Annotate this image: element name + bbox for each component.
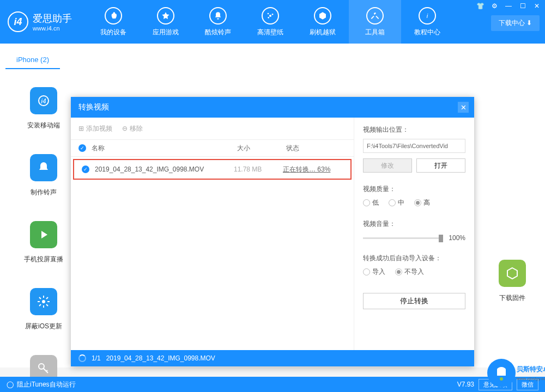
download-center-button[interactable]: 下载中心 ⬇ <box>491 15 540 31</box>
main-nav: 我的设备 应用游戏 酷炫铃声 高清壁纸 刷机越狱 工具箱 i教程中心 <box>87 0 453 44</box>
row-filesize: 11.78 MB <box>234 166 283 173</box>
output-path-input[interactable] <box>363 139 465 153</box>
col-status: 状态 <box>286 144 346 153</box>
device-tab[interactable]: iPhone (2) <box>5 51 60 69</box>
col-size: 大小 <box>237 144 286 153</box>
import-no[interactable]: 不导入 <box>395 267 424 277</box>
row-filename: 2019_04_28_13_42_IMG_0998.MOV <box>95 166 234 173</box>
volume-label: 视频音量： <box>363 219 465 229</box>
side-download-firmware[interactable]: 下载固件 <box>499 260 526 303</box>
nav-toolbox[interactable]: 工具箱 <box>349 0 401 44</box>
ringtone-icon <box>30 154 57 181</box>
volume-value: 100% <box>449 234 465 242</box>
tools-icon <box>366 7 384 24</box>
svg-point-2 <box>272 14 274 15</box>
side-screencast[interactable]: 手机投屏直播 <box>19 221 68 264</box>
minus-icon: ⊖ <box>122 125 128 132</box>
import-radio-group: 导入 不导入 <box>363 267 465 277</box>
table-header: ✓ 名称 大小 状态 <box>71 139 354 157</box>
svg-text:i4: i4 <box>41 97 46 105</box>
close-icon[interactable]: ✕ <box>532 1 542 11</box>
volume-slider[interactable]: 100% <box>363 234 465 242</box>
app-name-cn: 爱思助手 <box>33 12 72 25</box>
nav-apps[interactable]: 应用游戏 <box>140 0 192 44</box>
import-yes[interactable]: 导入 <box>363 267 385 277</box>
dialog-file-panel: ⊞添加视频 ⊖移除 ✓ 名称 大小 状态 ✓ 2019_04_28_13_42_… <box>71 118 354 350</box>
svg-point-10 <box>500 377 503 381</box>
output-label: 视频输出位置： <box>363 125 465 134</box>
dialog-toolbar: ⊞添加视频 ⊖移除 <box>71 118 354 139</box>
quality-label: 视频质量： <box>363 185 465 194</box>
row-status[interactable]: 正在转换… 63% <box>283 165 343 174</box>
dialog-footer: 1/1 2019_04_28_13_42_IMG_0998.MOV <box>71 350 474 366</box>
minimize-icon[interactable]: — <box>504 1 513 11</box>
nav-ringtones[interactable]: 酷炫铃声 <box>192 0 244 44</box>
cube-icon <box>499 260 526 287</box>
slider-thumb[interactable] <box>439 235 443 242</box>
add-video-button[interactable]: ⊞添加视频 <box>78 124 112 133</box>
settings-icon[interactable]: ⚙ <box>489 1 499 11</box>
maximize-icon[interactable]: ☐ <box>518 1 528 11</box>
tool-sidebar: i4安装移动端 制作铃声 手机投屏直播 屏蔽iOS更新 访问限制 <box>19 87 68 392</box>
stop-convert-button[interactable]: 停止转换 <box>363 293 465 309</box>
svg-point-3 <box>268 17 269 19</box>
main-area: iPhone (2) i4安装移动端 制作铃声 手机投屏直播 屏蔽iOS更新 访… <box>0 44 545 367</box>
install-icon: i4 <box>30 87 57 114</box>
convert-video-dialog: 转换视频 ✕ ⊞添加视频 ⊖移除 ✓ 名称 大小 状态 ✓ 2019_04_28… <box>71 97 474 366</box>
modify-button[interactable]: 修改 <box>363 158 412 173</box>
spinner-icon <box>78 354 86 362</box>
row-checkbox[interactable]: ✓ <box>82 166 89 173</box>
side-install-mobile[interactable]: i4安装移动端 <box>19 87 68 130</box>
table-row[interactable]: ✓ 2019_04_28_13_42_IMG_0998.MOV 11.78 MB… <box>73 159 352 180</box>
import-label: 转换成功后自动导入设备： <box>363 254 465 263</box>
open-button[interactable]: 打开 <box>416 158 465 173</box>
titlebar: i4 爱思助手 www.i4.cn 我的设备 应用游戏 酷炫铃声 高清壁纸 刷机… <box>0 0 545 44</box>
info-icon: i <box>419 7 436 24</box>
svg-text:贝斯特安卓网: 贝斯特安卓网 <box>516 365 545 373</box>
app-logo: i4 <box>8 11 28 32</box>
apple-icon <box>105 7 122 24</box>
svg-point-7 <box>42 300 45 303</box>
quality-high[interactable]: 高 <box>414 198 430 207</box>
app-title-block: 爱思助手 www.i4.cn <box>33 12 72 32</box>
remove-video-button[interactable]: ⊖移除 <box>122 124 143 133</box>
window-controls: 👕 ⚙ — ☐ ✕ <box>475 1 542 11</box>
dialog-title: 转换视频 <box>78 102 109 112</box>
box-icon <box>314 7 331 24</box>
dialog-settings-panel: 视频输出位置： 修改 打开 视频质量： 低 中 高 视频音量： 100% 转换成… <box>354 118 474 350</box>
nav-my-device[interactable]: 我的设备 <box>87 0 140 44</box>
gear-icon <box>30 288 57 315</box>
col-name: 名称 <box>92 144 237 153</box>
svg-text:i: i <box>427 13 428 19</box>
plus-icon: ⊞ <box>78 125 84 132</box>
play-icon <box>30 221 57 248</box>
version-label: V7.93 <box>457 381 474 388</box>
nav-wallpaper[interactable]: 高清壁纸 <box>244 0 296 44</box>
nav-jailbreak[interactable]: 刷机越狱 <box>296 0 349 44</box>
quality-mid[interactable]: 中 <box>389 198 404 207</box>
sparkle-icon <box>262 7 279 24</box>
svg-point-0 <box>269 15 271 17</box>
side-block-update[interactable]: 屏蔽iOS更新 <box>19 288 68 331</box>
bell-icon <box>209 7 227 24</box>
nav-tutorials[interactable]: i教程中心 <box>401 0 453 44</box>
quality-low[interactable]: 低 <box>363 198 379 207</box>
dialog-close-button[interactable]: ✕ <box>458 102 469 113</box>
dialog-header: 转换视频 ✕ <box>71 97 474 118</box>
footer-filename: 2019_04_28_13_42_IMG_0998.MOV <box>106 354 215 362</box>
radio-icon[interactable]: ◯ <box>7 381 14 388</box>
side-ringtone[interactable]: 制作铃声 <box>19 154 68 197</box>
quality-radio-group: 低 中 高 <box>363 198 465 207</box>
tshirt-icon[interactable]: 👕 <box>475 1 485 11</box>
app-name-en: www.i4.cn <box>33 25 72 32</box>
svg-point-1 <box>268 13 269 14</box>
svg-text:www.zjbstyy.com: www.zjbstyy.com <box>516 376 545 381</box>
watermark-logo: 贝斯特安卓网 www.zjbstyy.com <box>485 354 545 392</box>
block-itunes-label[interactable]: 阻止iTunes自动运行 <box>17 380 76 389</box>
appstore-icon <box>157 7 174 24</box>
select-all-checkbox[interactable]: ✓ <box>78 144 86 152</box>
footer-progress: 1/1 <box>92 354 101 362</box>
statusbar: ◯ 阻止iTunes自动运行 V7.93 意见反馈 微信 <box>0 377 545 392</box>
